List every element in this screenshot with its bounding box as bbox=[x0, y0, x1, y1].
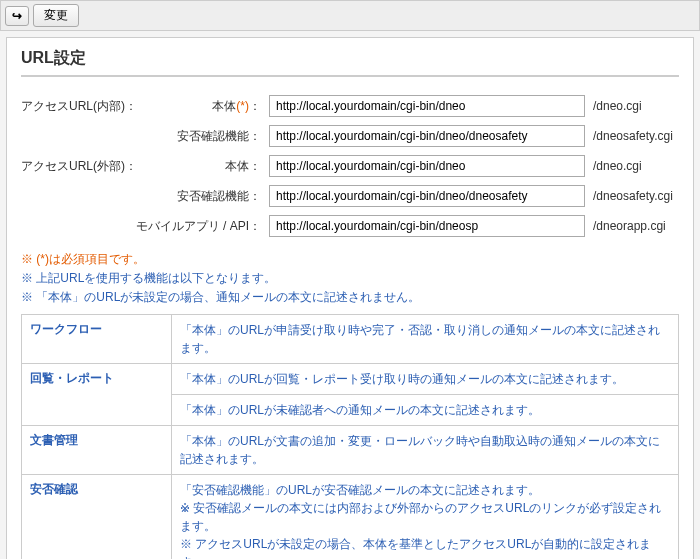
back-button[interactable]: ↩ bbox=[5, 6, 29, 26]
info-description: 「本体」のURLが文書の追加・変更・ロールバック時や自動取込時の通知メールの本文… bbox=[172, 426, 679, 475]
info-description: 「本体」のURLが未確認者への通知メールの本文に記述されます。 bbox=[172, 395, 679, 426]
label-mobile: モバイルアプリ / API： bbox=[21, 218, 265, 235]
table-row: 回覧・レポート「本体」のURLが回覧・レポート受け取り時の通知メールの本文に記述… bbox=[22, 364, 679, 395]
label-safety-internal: 安否確認機能： bbox=[145, 128, 265, 145]
row-mobile: モバイルアプリ / API： /dneorapp.cgi bbox=[21, 211, 679, 241]
back-arrow-icon: ↩ bbox=[12, 9, 22, 23]
label-external: アクセスURL(外部)： bbox=[21, 158, 141, 175]
info-category: 安否確認 bbox=[22, 475, 172, 560]
input-internal-safety[interactable] bbox=[269, 125, 585, 147]
table-row: 文書管理「本体」のURLが文書の追加・変更・ロールバック時や自動取込時の通知メー… bbox=[22, 426, 679, 475]
row-external-body: アクセスURL(外部)： 本体： /dneo.cgi bbox=[21, 151, 679, 181]
note-line3: ※ 「本体」のURLが未設定の場合、通知メールの本文に記述されません。 bbox=[21, 289, 679, 306]
input-external-safety[interactable] bbox=[269, 185, 585, 207]
panel-title: URL設定 bbox=[21, 48, 679, 77]
row-internal-safety: 安否確認機能： /dneosafety.cgi bbox=[21, 121, 679, 151]
suffix-mobile: /dneorapp.cgi bbox=[589, 219, 679, 233]
label-body-ext: 本体： bbox=[145, 158, 265, 175]
top-toolbar: ↩ 変更 bbox=[0, 0, 700, 31]
info-table: ワークフロー「本体」のURLが申請受け取り時や完了・否認・取り消しの通知メールの… bbox=[21, 314, 679, 559]
suffix-external-body: /dneo.cgi bbox=[589, 159, 679, 173]
settings-panel: URL設定 アクセスURL(内部)： 本体(*)： /dneo.cgi 安否確認… bbox=[6, 37, 694, 559]
change-button-top[interactable]: 変更 bbox=[33, 4, 79, 27]
info-description: 「本体」のURLが回覧・レポート受け取り時の通知メールの本文に記述されます。 bbox=[172, 364, 679, 395]
note-required: ※ (*)は必須項目です。 bbox=[21, 251, 679, 268]
label-body-req: 本体(*)： bbox=[145, 98, 265, 115]
info-category: 回覧・レポート bbox=[22, 364, 172, 426]
label-safety-external: 安否確認機能： bbox=[145, 188, 265, 205]
row-external-safety: 安否確認機能： /dneosafety.cgi bbox=[21, 181, 679, 211]
info-category: ワークフロー bbox=[22, 315, 172, 364]
table-row: 安否確認「安否確認機能」のURLが安否確認メールの本文に記述されます。 ※ 安否… bbox=[22, 475, 679, 560]
info-description: 「安否確認機能」のURLが安否確認メールの本文に記述されます。 ※ 安否確認メー… bbox=[172, 475, 679, 560]
notes: ※ (*)は必須項目です。 ※ 上記URLを使用する機能は以下となります。 ※ … bbox=[21, 251, 679, 306]
input-mobile[interactable] bbox=[269, 215, 585, 237]
info-description: 「本体」のURLが申請受け取り時や完了・否認・取り消しの通知メールの本文に記述さ… bbox=[172, 315, 679, 364]
suffix-internal-body: /dneo.cgi bbox=[589, 99, 679, 113]
table-row: ワークフロー「本体」のURLが申請受け取り時や完了・否認・取り消しの通知メールの… bbox=[22, 315, 679, 364]
note-line2: ※ 上記URLを使用する機能は以下となります。 bbox=[21, 270, 679, 287]
input-internal-body[interactable] bbox=[269, 95, 585, 117]
suffix-external-safety: /dneosafety.cgi bbox=[589, 189, 679, 203]
info-category: 文書管理 bbox=[22, 426, 172, 475]
suffix-internal-safety: /dneosafety.cgi bbox=[589, 129, 679, 143]
form-rows: アクセスURL(内部)： 本体(*)： /dneo.cgi 安否確認機能： /d… bbox=[21, 91, 679, 241]
label-internal: アクセスURL(内部)： bbox=[21, 98, 141, 115]
row-internal-body: アクセスURL(内部)： 本体(*)： /dneo.cgi bbox=[21, 91, 679, 121]
input-external-body[interactable] bbox=[269, 155, 585, 177]
